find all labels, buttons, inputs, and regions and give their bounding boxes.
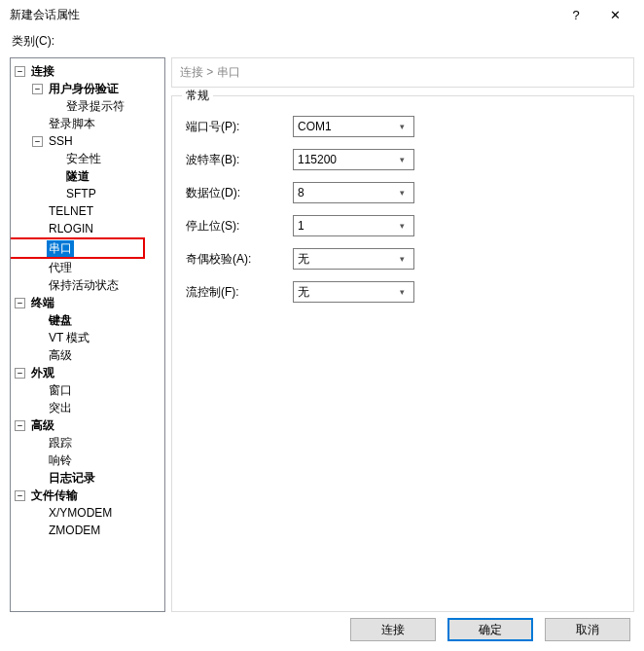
collapse-icon[interactable]: −	[32, 84, 43, 94]
tree-label: SFTP	[64, 187, 98, 200]
tree-item-connection[interactable]: − 连接	[11, 62, 164, 80]
parity-value: 无	[298, 251, 394, 268]
parity-combo[interactable]: 无 ▾	[293, 248, 414, 270]
breadcrumb: 连接 > 串口	[171, 57, 634, 88]
port-label: 端口号(P):	[186, 119, 293, 135]
baud-value: 115200	[298, 153, 394, 166]
tree-item-advanced[interactable]: − 高级	[11, 416, 164, 434]
row-databits: 数据位(D): 8 ▾	[186, 182, 620, 203]
tree-label: 突出	[47, 400, 74, 416]
cancel-button[interactable]: 取消	[545, 618, 630, 641]
row-port: 端口号(P): COM1 ▾	[186, 116, 620, 137]
collapse-icon[interactable]: −	[32, 136, 43, 147]
tree-item-serial[interactable]: 串口	[11, 239, 143, 257]
tree-item-zmodem[interactable]: ZMODEM	[11, 522, 164, 539]
tree-item-trace[interactable]: 跟踪	[11, 434, 164, 452]
tree-item-bell[interactable]: 响铃	[11, 452, 164, 469]
tree-label: 跟踪	[47, 435, 74, 452]
connect-button[interactable]: 连接	[350, 618, 436, 641]
chevron-down-icon: ▾	[394, 122, 410, 131]
category-label: 类别(C):	[0, 29, 644, 57]
tree-item-xymodem[interactable]: X/YMODEM	[11, 504, 164, 522]
baud-label: 波特率(B):	[186, 152, 293, 168]
tree-label: 响铃	[47, 452, 74, 469]
tree-label: X/YMODEM	[47, 506, 114, 520]
chevron-down-icon: ▾	[394, 287, 410, 297]
tree-item-userauth[interactable]: − 用户身份验证	[11, 80, 164, 97]
tree-item-security[interactable]: 安全性	[11, 150, 164, 167]
tree-label: VT 模式	[47, 330, 91, 346]
row-baud: 波特率(B): 115200 ▾	[186, 149, 620, 170]
flowctrl-label: 流控制(F):	[186, 284, 293, 301]
group-title: 常规	[182, 88, 213, 104]
tree-item-sftp[interactable]: SFTP	[11, 185, 164, 202]
chevron-down-icon: ▾	[394, 221, 410, 231]
ok-button[interactable]: 确定	[447, 618, 533, 641]
settings-panel: 连接 > 串口 常规 端口号(P): COM1 ▾ 波特率(B): 115200…	[171, 57, 634, 612]
tree-label: 用户身份验证	[47, 81, 121, 97]
parity-label: 奇偶校验(A):	[186, 251, 293, 268]
tree-item-vtmode[interactable]: VT 模式	[11, 329, 164, 346]
flowctrl-value: 无	[298, 284, 394, 301]
databits-value: 8	[298, 186, 394, 199]
button-bar: 连接 确定 取消	[350, 618, 630, 641]
collapse-icon[interactable]: −	[15, 490, 25, 501]
chevron-down-icon: ▾	[394, 188, 410, 198]
tree-item-rlogin[interactable]: RLOGIN	[11, 220, 164, 237]
tree-label: 高级	[47, 347, 74, 364]
tree-label: 日志记录	[47, 470, 97, 487]
chevron-down-icon: ▾	[394, 254, 410, 264]
databits-combo[interactable]: 8 ▾	[293, 182, 414, 203]
tree-label: 窗口	[47, 382, 74, 399]
general-group: 常规 端口号(P): COM1 ▾ 波特率(B): 115200 ▾ 数据位(D…	[171, 95, 634, 612]
tree-item-keyboard[interactable]: 键盘	[11, 311, 164, 329]
tree-item-proxy[interactable]: 代理	[11, 259, 164, 276]
close-icon[interactable]: ✕	[595, 8, 634, 22]
tree-label: TELNET	[47, 204, 95, 218]
collapse-icon[interactable]: −	[15, 368, 25, 379]
chevron-down-icon: ▾	[394, 155, 410, 164]
stopbits-combo[interactable]: 1 ▾	[293, 215, 414, 236]
window-title: 新建会话属性	[10, 7, 556, 23]
tree-item-appearance[interactable]: − 外观	[11, 364, 164, 381]
content-area: − 连接 − 用户身份验证 登录提示符	[0, 57, 644, 612]
port-combo[interactable]: COM1 ▾	[293, 116, 414, 137]
tree-item-keepalive[interactable]: 保持活动状态	[11, 276, 164, 294]
collapse-icon[interactable]: −	[15, 420, 25, 431]
tree-label: 保持活动状态	[47, 277, 121, 294]
stopbits-label: 停止位(S):	[186, 218, 293, 235]
tree-label: 登录脚本	[47, 116, 97, 132]
tree-label: 高级	[29, 417, 56, 434]
title-bar: 新建会话属性 ? ✕	[0, 0, 644, 29]
flowctrl-combo[interactable]: 无 ▾	[293, 281, 414, 303]
tree-label: 隧道	[64, 168, 91, 185]
tree-item-telnet[interactable]: TELNET	[11, 202, 164, 220]
tree-label: 连接	[29, 63, 56, 80]
tree-item-filetransfer[interactable]: − 文件传输	[11, 487, 164, 504]
tree-label: 文件传输	[29, 488, 80, 504]
tree-item-window[interactable]: 窗口	[11, 381, 164, 399]
category-tree[interactable]: − 连接 − 用户身份验证 登录提示符	[10, 57, 165, 612]
tree-label: SSH	[47, 134, 75, 148]
tree-item-loginscript[interactable]: 登录脚本	[11, 115, 164, 132]
tree-item-terminal[interactable]: − 终端	[11, 294, 164, 311]
collapse-icon[interactable]: −	[15, 298, 25, 308]
row-flowctrl: 流控制(F): 无 ▾	[186, 281, 620, 303]
tree-item-highlight[interactable]: 突出	[11, 399, 164, 416]
databits-label: 数据位(D):	[186, 185, 293, 201]
help-icon[interactable]: ?	[556, 8, 595, 22]
tree-label: 登录提示符	[64, 98, 126, 115]
baud-combo[interactable]: 115200 ▾	[293, 149, 414, 170]
tree-label: 终端	[29, 295, 56, 311]
tree-item-advanced-t[interactable]: 高级	[11, 346, 164, 364]
tree-label: ZMODEM	[47, 524, 102, 537]
tree-label: 键盘	[47, 312, 74, 329]
tree-label: RLOGIN	[47, 222, 95, 235]
tree-item-loginprompt[interactable]: 登录提示符	[11, 97, 164, 115]
tree-item-tunnel[interactable]: 隧道	[11, 167, 164, 185]
tree-item-log[interactable]: 日志记录	[11, 469, 164, 487]
tree-label: 外观	[29, 365, 56, 381]
stopbits-value: 1	[298, 219, 394, 233]
collapse-icon[interactable]: −	[15, 66, 25, 77]
tree-item-ssh[interactable]: − SSH	[11, 132, 164, 150]
